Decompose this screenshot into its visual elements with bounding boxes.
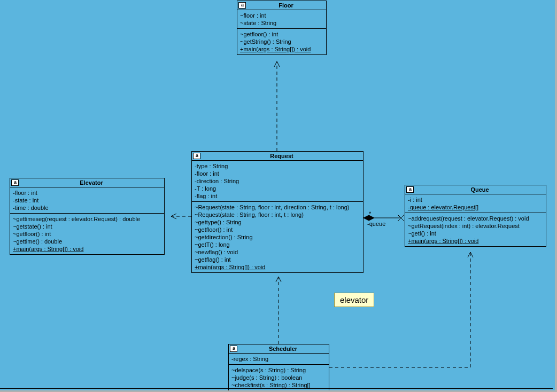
java-stereotype-icon: a (406, 186, 414, 193)
class-title: a Queue (405, 185, 546, 194)
attr: ~floor : int (240, 12, 323, 19)
op: ~gettype() : String (195, 218, 360, 226)
attrs: -type : String -floor : int -direction :… (192, 161, 363, 202)
attr: ~state : String (240, 19, 323, 27)
op: +main(args : String[]) : void (195, 263, 360, 271)
java-stereotype-icon: a (238, 2, 246, 9)
assoc-role: -queue (367, 221, 385, 227)
uml-canvas: a Floor ~floor : int ~state : String ~ge… (0, 0, 557, 392)
attr: -regex : String (231, 355, 326, 363)
attrs: ~floor : int ~state : String (237, 10, 326, 29)
class-name: Elevator (80, 179, 103, 186)
class-name: Scheduler (269, 346, 297, 352)
attr: -type : String (195, 162, 360, 170)
op: ~delspace(s : String) : String (231, 366, 326, 374)
op: ~newflag() : void (195, 248, 360, 256)
op: ~gettime() : double (13, 238, 161, 245)
package-label-text: elevator (340, 295, 368, 304)
package-label[interactable]: elevator (334, 293, 374, 307)
svg-line-1 (398, 215, 404, 221)
attrs: -i : int -queue : elevator.Request[] (405, 194, 546, 213)
java-stereotype-icon: a (230, 346, 237, 352)
op: ~judge(s : String) : boolean (231, 374, 326, 381)
attrs: -floor : int -state : int -time : double (10, 187, 164, 214)
attr: -floor : int (13, 189, 161, 197)
attr: -i : int (408, 196, 543, 203)
op: ~getI() : int (408, 230, 543, 237)
java-stereotype-icon: a (11, 179, 19, 186)
svg-line-0 (398, 215, 404, 221)
op: ~getdirection() : String (195, 233, 360, 241)
op: ~getflag() : int (195, 256, 360, 263)
attr: -queue : elevator.Request[] (408, 203, 543, 211)
assoc-multiplicity: * (369, 210, 371, 217)
class-title: a Request (192, 152, 363, 161)
op: +main(args : String[]) : void (240, 45, 323, 53)
op: ~Request(state : String, floor : int, di… (195, 203, 360, 211)
class-request[interactable]: a Request -type : String -floor : int -d… (191, 151, 363, 273)
op: ~getT() : long (195, 241, 360, 248)
attr: -floor : int (195, 170, 360, 177)
class-title: a Floor (237, 1, 326, 10)
ops: ~gettimeseg(request : elevator.Request) … (10, 214, 164, 254)
attr: -direction : String (195, 177, 360, 185)
op: ~gettimeseg(request : elevator.Request) … (13, 215, 161, 223)
attr: -state : int (13, 197, 161, 204)
class-title: a Scheduler (229, 344, 329, 354)
class-name: Queue (470, 186, 489, 193)
ops: ~addrequest(request : elevator.Request) … (405, 213, 546, 246)
class-name: Floor (278, 2, 293, 9)
class-title: a Elevator (10, 178, 164, 187)
class-floor[interactable]: a Floor ~floor : int ~state : String ~ge… (237, 1, 327, 55)
op: ~getfloor() : int (13, 230, 161, 238)
java-stereotype-icon: a (193, 153, 200, 159)
class-scheduler[interactable]: a Scheduler -regex : String ~delspace(s … (228, 344, 329, 391)
non-navigable-icon (398, 215, 404, 221)
op: ~addrequest(request : elevator.Request) … (408, 215, 543, 222)
op: ~checkfirst(s : String) : String[] (231, 381, 326, 389)
op: ~getfloor() : int (240, 30, 323, 38)
op: ~getfloor() : int (195, 226, 360, 233)
op: +main(args : String[]) : void (13, 245, 161, 253)
op: ~getString() : String (240, 38, 323, 45)
attr: -T : long (195, 185, 360, 192)
class-queue[interactable]: a Queue -i : int -queue : elevator.Reque… (405, 185, 546, 247)
attrs: -regex : String (229, 354, 329, 365)
attr: -flag : int (195, 192, 360, 200)
ops: ~Request(state : String, floor : int, di… (192, 202, 363, 272)
op: ~getstate() : int (13, 223, 161, 230)
class-name: Request (270, 153, 293, 159)
attr: -time : double (13, 204, 161, 211)
op: +main(args : String[]) : void (408, 237, 543, 245)
ops: ~delspace(s : String) : String ~judge(s … (229, 365, 329, 390)
op: ~Request(state : String, floor : int, t … (195, 211, 360, 218)
ops: ~getfloor() : int ~getString() : String … (237, 29, 326, 54)
class-elevator[interactable]: a Elevator -floor : int -state : int -ti… (10, 178, 165, 255)
op: ~getRequest(index : int) : elevator.Requ… (408, 222, 543, 230)
